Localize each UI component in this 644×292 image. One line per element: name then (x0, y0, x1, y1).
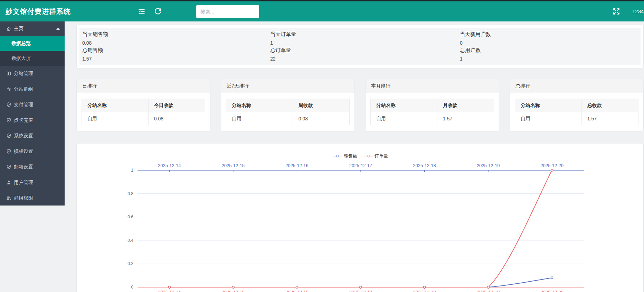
table-header-row: 分站名称今日收款 (82, 99, 205, 112)
shield-check-icon (6, 164, 11, 170)
column-header: 分站名称 (515, 99, 582, 112)
refresh-icon[interactable] (154, 7, 162, 16)
x-axis-top-tick-label: 2025-12-17 (349, 163, 372, 168)
line-chart: 00.20.40.60.812025-12-142025-12-152025-1… (77, 144, 643, 292)
ranking-card: 本月排行分站名称月收款自用1.57 (366, 79, 499, 131)
sidebar-item[interactable]: 点卡充值 (0, 112, 65, 128)
x-axis-top-tick-label: 2025-12-19 (477, 163, 500, 168)
sidebar-item-label: 用户管理 (14, 180, 33, 186)
sidebar-item[interactable]: 分站群组 (0, 81, 65, 97)
username-link[interactable]: 12345 (632, 1, 644, 21)
x-axis-top-tick-label: 2025-12-15 (222, 163, 245, 168)
sidebar-item-label: 支付管理 (14, 102, 33, 108)
data-point-marker (551, 277, 553, 279)
data-point-marker (296, 286, 298, 288)
data-point-marker (232, 286, 234, 288)
stat-label: 当天新用户数 (460, 31, 641, 38)
table-header-row: 分站名称总收款 (515, 99, 638, 112)
sidebar-item[interactable]: 分站管理 (0, 66, 65, 81)
ranking-card-title: 总排行 (510, 79, 643, 93)
ranking-card: 近7天排行分站名称周收款自用0.08 (221, 79, 354, 131)
collapse-menu-icon[interactable] (138, 7, 146, 16)
sidebar-item-label: 群组权限 (14, 195, 33, 201)
ranking-card-title: 本月排行 (366, 79, 499, 93)
sliders-icon (6, 86, 11, 92)
sidebar-item[interactable]: 主页 (0, 21, 65, 36)
stat-value: 1 (460, 56, 641, 62)
ranking-table: 分站名称月收款自用1.57 (370, 99, 494, 125)
sidebar-item[interactable]: 邮箱设置 (0, 159, 65, 175)
table-row: 自用1.57 (515, 112, 638, 125)
x-axis-bottom-tick-label: 2025-12-16 (285, 290, 309, 292)
app-title: 妙文馆付费进群系统 (6, 1, 71, 21)
table-row: 自用1.57 (371, 112, 494, 125)
shield-check-icon (6, 102, 11, 107)
sidebar-item-label: 主页 (14, 26, 23, 32)
users-icon (6, 195, 11, 201)
y-axis-tick-label: 0.6 (127, 215, 133, 219)
stat-label: 总销售额 (82, 47, 270, 54)
x-axis-bottom-tick-label: 2025-12-15 (222, 290, 245, 292)
user-icon (6, 180, 11, 185)
stats-grid: 当天销售额0.08当天订单量1当天新用户数0总销售额1.57总订单量22总用户数… (79, 28, 641, 65)
ranking-card-title: 日排行 (77, 79, 210, 93)
series-line-订单量 (169, 170, 552, 287)
table-header-row: 分站名称月收款 (371, 99, 494, 112)
x-axis-bottom-tick-label: 2025-12-19 (477, 290, 500, 292)
stat-cell: 当天新用户数0 (460, 30, 641, 46)
data-point-marker (487, 286, 489, 288)
column-header: 今日收款 (148, 99, 205, 112)
fullscreen-icon[interactable] (612, 7, 621, 16)
x-axis-bottom-tick-label: 2025-12-20 (540, 290, 564, 292)
stat-value: 1 (270, 40, 460, 46)
sidebar-item-label: 系统设置 (14, 133, 33, 139)
ranking-card: 总排行分站名称总收款自用1.57 (510, 79, 643, 131)
sidebar-subitem[interactable]: 数据大屏 (0, 51, 65, 66)
search-input[interactable] (196, 5, 259, 18)
table-row: 自用0.08 (226, 112, 350, 125)
caret-up-icon (56, 28, 60, 30)
table-cell: 1.57 (581, 112, 638, 125)
ranking-card-body: 分站名称总收款自用1.57 (510, 93, 643, 125)
column-header: 分站名称 (371, 99, 437, 112)
sidebar-item-label: 点卡充值 (14, 117, 33, 124)
column-header: 周收款 (293, 99, 349, 112)
table-row: 自用0.08 (82, 112, 205, 125)
stat-label: 当天销售额 (82, 31, 270, 38)
home-icon (6, 26, 11, 31)
topbar: 妙文馆付费进群系统 12345 (0, 1, 644, 21)
shield-check-icon (6, 149, 11, 154)
sidebar-item-label: 分站群组 (14, 86, 33, 92)
sidebar-item[interactable]: 支付管理 (0, 97, 65, 112)
ranking-table: 分站名称今日收款自用0.08 (82, 99, 205, 125)
stat-label: 当天订单量 (270, 31, 460, 38)
x-axis-top-tick-label: 2025-12-18 (413, 163, 436, 168)
table-cell: 1.57 (437, 112, 494, 125)
ranking-table: 分站名称总收款自用1.57 (515, 99, 638, 125)
sidebar-item[interactable]: 用户管理 (0, 175, 65, 190)
stat-cell: 总订单量22 (270, 46, 460, 62)
sales-chart-panel: 销售额订单量 00.20.40.60.812025-12-142025-12-1… (77, 144, 643, 292)
stat-cell: 总用户数1 (460, 46, 641, 62)
table-cell: 0.08 (293, 112, 349, 125)
sidebar-item[interactable]: 模板设置 (0, 144, 65, 159)
x-axis-top-tick-label: 2025-12-16 (285, 163, 309, 168)
table-cell: 自用 (82, 112, 149, 125)
sidebar-item[interactable]: 群组权限 (0, 190, 65, 206)
stat-value: 22 (270, 56, 460, 62)
series-line-销售额 (169, 278, 552, 287)
y-axis-tick-label: 0.2 (127, 261, 133, 266)
x-axis-top-tick-label: 2025-12-20 (540, 163, 564, 168)
stat-cell: 总销售额1.57 (82, 46, 270, 62)
x-axis-bottom-tick-label: 2025-12-18 (413, 290, 436, 292)
ranking-card: 日排行分站名称今日收款自用0.08 (77, 79, 210, 131)
stat-cell: 当天销售额0.08 (82, 30, 270, 46)
sidebar-nav: 主页数据总览数据大屏分站管理分站群组支付管理点卡充值系统设置模板设置邮箱设置用户… (0, 21, 65, 206)
sidebar-item-label: 邮箱设置 (14, 164, 33, 170)
stat-value: 0.08 (82, 40, 270, 46)
data-point-marker (424, 286, 426, 288)
shield-check-icon (6, 118, 11, 123)
sidebar-item[interactable]: 系统设置 (0, 128, 65, 144)
ranking-card-body: 分站名称月收款自用1.57 (366, 93, 499, 125)
sidebar-subitem[interactable]: 数据总览 (0, 36, 65, 51)
